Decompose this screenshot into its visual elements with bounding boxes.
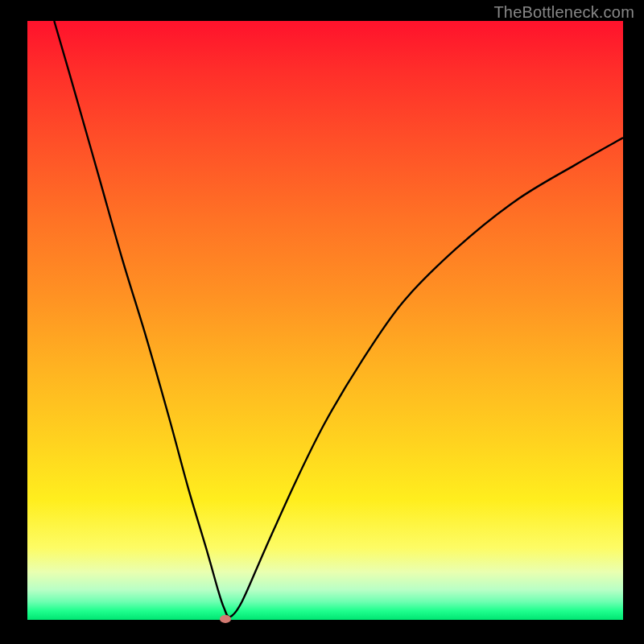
watermark-text: TheBottleneck.com — [493, 3, 634, 22]
bottleneck-curve — [54, 21, 623, 617]
curve-svg — [27, 21, 623, 620]
min-point-marker — [220, 615, 231, 623]
plot-area — [27, 21, 623, 620]
chart-frame: TheBottleneck.com — [0, 0, 644, 644]
